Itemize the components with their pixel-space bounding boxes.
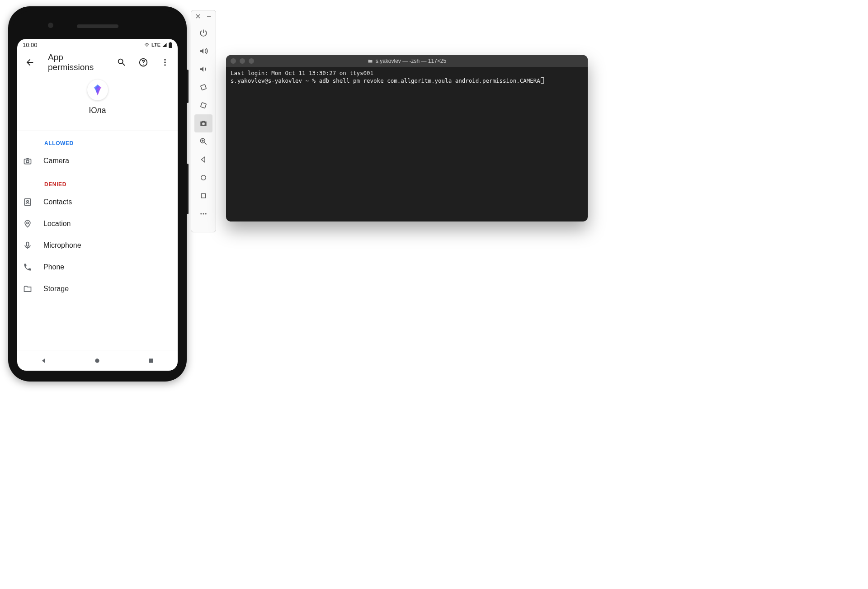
emulator-toolbar [191,10,216,232]
emulator-screenshot-button[interactable] [194,114,212,132]
emulator-power-button[interactable] [194,24,212,42]
phone-side-button [187,70,189,103]
permission-label: Contacts [43,198,72,206]
zoom-icon [199,137,208,146]
location-icon [23,219,33,228]
window-zoom-button[interactable] [249,58,254,64]
phone-icon [23,263,33,272]
emulator-volume-up-button[interactable] [194,42,212,60]
terminal-cursor [541,77,544,84]
permission-row-microphone[interactable]: Microphone [17,235,178,256]
emulator-nav-overview-button[interactable] [194,187,212,205]
svg-rect-0 [169,42,172,48]
emulator-nav-back-button[interactable] [194,151,212,169]
phone-front-camera [48,23,53,28]
permission-row-contacts[interactable]: Contacts [17,191,178,213]
status-bar: 10:00 LTE [17,39,178,51]
emulator-close-button[interactable] [195,13,201,19]
arrow-left-icon [25,57,35,67]
search-button[interactable] [113,53,131,71]
camera-icon [23,156,33,165]
svg-point-22 [203,213,204,215]
terminal-prompt: s.yakovlev@s-yakovlev ~ % [231,77,319,84]
svg-rect-14 [149,358,153,363]
page-title: App permissions [48,52,109,72]
emulator-rotate-right-button[interactable] [194,96,212,114]
status-time: 10:00 [23,42,38,48]
camera-icon [199,119,208,128]
terminal-body[interactable]: Last login: Mon Oct 11 13:30:27 on ttys0… [226,67,588,221]
svg-point-17 [202,123,205,125]
back-icon [199,155,208,164]
svg-point-23 [205,213,207,215]
back-button[interactable] [21,53,39,71]
help-button[interactable] [134,53,152,71]
emulator-minimize-button[interactable] [206,13,212,19]
svg-point-6 [164,64,165,66]
terminal-command: adb shell pm revoke com.allgoritm.youla … [319,77,540,84]
phone-side-button [187,164,189,214]
app-toolbar: App permissions [17,51,178,74]
permission-row-storage[interactable]: Storage [17,278,178,300]
svg-point-19 [201,175,206,180]
permission-label: Camera [43,157,69,165]
permission-label: Microphone [43,241,81,250]
storage-icon [23,284,33,293]
nav-back-button[interactable] [35,352,53,370]
phone-device-frame: 10:00 LTE App permissions [8,6,187,382]
more-icon [199,210,208,218]
emulator-zoom-button[interactable] [194,132,212,151]
app-icon [87,80,108,100]
phone-bezel: 10:00 LTE App permissions [13,11,182,377]
emulator-more-button[interactable] [194,205,212,223]
window-close-button[interactable] [231,58,236,64]
permission-row-location[interactable]: Location [17,213,178,235]
phone-earpiece [77,24,118,28]
overview-icon [200,192,207,199]
svg-rect-20 [201,193,205,198]
search-icon [117,57,127,67]
svg-rect-16 [201,103,207,108]
app-header: Юла [17,74,178,131]
emulator-volume-down-button[interactable] [194,60,212,78]
svg-rect-1 [170,42,171,42]
contacts-icon [23,198,33,207]
rotate-right-icon [199,101,208,110]
permission-label: Location [43,220,71,228]
battery-icon [169,42,172,48]
window-traffic-lights[interactable] [231,58,254,64]
svg-point-13 [95,358,99,363]
wifi-icon [144,42,150,47]
signal-icon [162,42,167,47]
rotate-left-icon [199,83,208,92]
terminal-line: Last login: Mon Oct 11 13:30:27 on ttys0… [231,70,373,76]
svg-point-5 [164,61,165,63]
permission-row-phone[interactable]: Phone [17,256,178,278]
folder-icon [368,58,373,64]
phone-screen: 10:00 LTE App permissions [17,39,178,371]
permission-row-camera[interactable]: Camera [17,150,178,172]
help-icon [138,57,148,67]
terminal-title: s.yakovlev — -zsh — 117×25 [226,58,588,64]
emulator-rotate-left-button[interactable] [194,78,212,96]
youla-app-icon [91,83,104,97]
network-label: LTE [151,42,160,47]
nav-home-button[interactable] [88,352,106,370]
nav-overview-button[interactable] [142,352,160,370]
permission-label: Phone [43,263,64,271]
svg-rect-15 [201,85,207,90]
nav-back-icon [40,357,47,364]
window-minimize-button[interactable] [240,58,245,64]
emulator-nav-home-button[interactable] [194,169,212,187]
svg-point-8 [26,160,29,163]
svg-point-3 [143,64,143,64]
microphone-icon [23,241,33,250]
power-icon [199,28,208,38]
svg-rect-12 [27,242,29,246]
volume-up-icon [199,47,208,56]
minimize-icon [207,14,211,19]
overflow-menu-button[interactable] [156,53,174,71]
terminal-titlebar[interactable]: s.yakovlev — -zsh — 117×25 [226,55,588,67]
section-label-allowed: ALLOWED [17,131,178,150]
home-icon [199,174,208,182]
